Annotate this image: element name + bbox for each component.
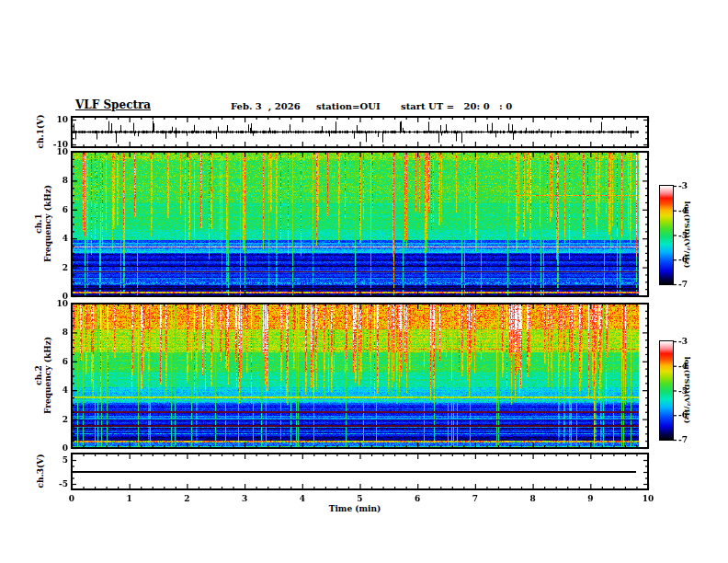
ch2-spectrogram-canvas xyxy=(72,304,639,448)
colorbar-tick-label: -4 xyxy=(678,362,688,371)
x-tick-label: 7 xyxy=(472,494,478,503)
spec2-y-tick-label: 2 xyxy=(63,415,68,424)
x-tick-label: 6 xyxy=(415,494,420,503)
spec1-axis-title: ch.1 Frequency (kHz) xyxy=(34,185,52,262)
header-start-ut: start UT = 20: 0 : 0 xyxy=(401,101,512,111)
x-tick-label: 8 xyxy=(529,494,535,503)
x-tick-label: 3 xyxy=(242,494,247,503)
spec2-y-tick-label: 0 xyxy=(63,443,68,453)
spec2-y-tick-label: 10 xyxy=(56,299,68,308)
ch3-axis-title: ch.3(V) xyxy=(36,454,45,488)
colorbar-tick-label: -3 xyxy=(678,181,688,190)
vlf-spectra-screen: VLF Spectra Feb. 3 , 2026 station=OUI st… xyxy=(0,0,728,563)
x-tick-label: 1 xyxy=(127,494,132,503)
ch1-waveform-canvas xyxy=(72,117,639,147)
colorbar-tick-label: -4 xyxy=(678,206,688,215)
ch3-y-tick-label: 5 xyxy=(63,455,68,465)
ch1-axis-title: ch.1(V) xyxy=(36,115,45,149)
header-date: Feb. 3 , 2026 xyxy=(231,101,301,111)
colorbar-tick-label: -6 xyxy=(678,410,688,419)
spec1-y-tick-label: 8 xyxy=(63,176,68,185)
spec1-axis-title-line1: ch.1 xyxy=(34,185,43,262)
x-tick-label: 5 xyxy=(357,494,362,503)
colorbar-tick-label: -6 xyxy=(678,255,688,264)
colorbar1-gradient xyxy=(660,186,673,284)
x-tick-label: 0 xyxy=(69,494,74,503)
spec2-y-tick-label: 8 xyxy=(63,327,68,337)
ch1-y-tick-label: 10 xyxy=(56,115,68,124)
ch1-spectrogram-canvas xyxy=(72,152,639,296)
ch3-y-tick-label: -5 xyxy=(59,479,68,488)
x-tick-label: 2 xyxy=(184,494,189,503)
colorbar-tick-label: -3 xyxy=(678,337,688,346)
page-title: VLF Spectra xyxy=(75,98,151,111)
ch3-waveform-canvas xyxy=(72,454,639,489)
spec1-axis-title-line2: Frequency (kHz) xyxy=(43,185,52,262)
colorbar2-gradient xyxy=(660,341,673,440)
header-station: station=OUI xyxy=(316,101,381,111)
spec1-y-tick-label: 6 xyxy=(63,205,68,214)
colorbar-tick-label: -5 xyxy=(678,231,688,240)
spec2-axis-title-line1: ch.2 xyxy=(34,337,43,414)
spec2-axis-title-line2: Frequency (kHz) xyxy=(43,337,52,414)
colorbar-tick-label: -7 xyxy=(678,280,688,289)
colorbar-tick-label: -7 xyxy=(678,435,688,444)
x-tick-label: 9 xyxy=(587,494,593,503)
colorbar-tick-label: -5 xyxy=(678,386,688,396)
spec1-y-tick-label: 4 xyxy=(63,234,68,243)
x-axis-title: Time (min) xyxy=(329,504,381,513)
x-tick-label: 10 xyxy=(643,494,654,503)
ch1-y-tick-label: -10 xyxy=(53,140,68,149)
spec2-y-tick-label: 4 xyxy=(63,385,68,395)
spec2-y-tick-label: 6 xyxy=(63,357,68,366)
spec1-y-tick-label: 2 xyxy=(63,263,68,272)
x-tick-label: 4 xyxy=(300,494,305,503)
spec2-axis-title: ch.2 Frequency (kHz) xyxy=(34,337,52,414)
